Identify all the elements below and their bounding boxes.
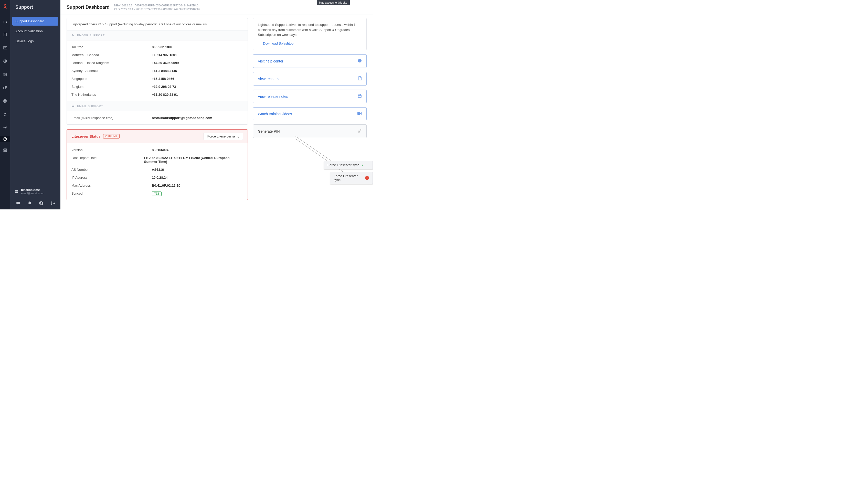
sync-chip-error: Force Liteserver sync !	[330, 172, 373, 184]
phone-value: +1 514 907 1801	[152, 53, 177, 57]
phone-value: 866-932-1801	[152, 45, 173, 49]
phone-label: London - United Kingdom	[71, 61, 152, 65]
svg-rect-8	[5, 86, 7, 88]
support-card: Lightspeed offers 24/7 Support (excludin…	[67, 18, 248, 125]
phone-label: Belgium	[71, 85, 152, 89]
help-center-label: Visit help center	[258, 59, 283, 63]
status-badge-offline: OFFLINE	[103, 134, 120, 139]
nav-printer-icon[interactable]	[0, 98, 10, 104]
phone-label: Singapore	[71, 77, 152, 81]
phone-icon	[71, 34, 74, 37]
svg-rect-0	[4, 33, 6, 36]
phone-label: Montreal - Canada	[71, 53, 152, 57]
user-name: blackboxtest	[21, 188, 43, 192]
app-title: Support	[10, 0, 60, 14]
force-sync-button[interactable]: Force Liteserver sync	[204, 133, 243, 140]
sync-chip-label: Force Liteserver sync	[328, 163, 359, 167]
user-info: blackboxtest email@email.com	[10, 185, 60, 198]
header-meta-new: NEW: 2022.3.2 - A4DF0808FBF44070A601F621…	[114, 4, 200, 7]
email-section-header: EMAIL SUPPORT	[67, 101, 248, 111]
release-notes-label: View release notes	[258, 94, 288, 98]
lite-label: AS Number	[71, 168, 152, 172]
phone-section-label: PHONE SUPPORT	[77, 34, 105, 37]
lite-value: YES	[152, 191, 161, 195]
nav-layers-icon[interactable]	[0, 71, 10, 78]
sidebar-item-account-validation[interactable]: Account Validation	[12, 27, 58, 36]
training-videos-link[interactable]: Watch training videos	[253, 107, 367, 120]
phone-value: +61 2 8488 3146	[152, 69, 177, 73]
video-icon	[357, 112, 362, 116]
svg-rect-21	[358, 95, 361, 97]
svg-point-12	[5, 127, 6, 128]
lite-value: 8.0.166094	[152, 148, 168, 152]
nav-clipboard-icon[interactable]	[0, 31, 10, 38]
resources-label: View resources	[258, 77, 282, 81]
phone-value: +44 20 3695 9599	[152, 61, 179, 65]
envelope-icon	[71, 104, 74, 108]
svg-rect-11	[4, 102, 6, 103]
support-intro: Lightspeed offers 24/7 Support (excludin…	[67, 18, 248, 30]
phone-section-header: PHONE SUPPORT	[67, 30, 248, 40]
svg-text:?: ?	[359, 59, 360, 62]
download-icon	[258, 41, 261, 46]
lite-value: B0:41:6F:02:12:10	[152, 184, 180, 187]
sidebar-item-device-logs[interactable]: Device Logs	[12, 37, 58, 45]
lite-label: Last Report Date	[71, 156, 144, 163]
nav-device-icon[interactable]	[0, 85, 10, 91]
help-center-link[interactable]: Visit help center ?	[253, 54, 367, 68]
svg-rect-2	[3, 47, 7, 49]
logout-icon[interactable]	[51, 201, 55, 206]
document-icon	[358, 76, 362, 81]
email-label: Email (<24hr response time)	[71, 116, 152, 120]
lite-label: IP Address	[71, 176, 152, 180]
nav-server-icon[interactable]	[0, 147, 10, 153]
generate-pin-button[interactable]: Generate PIN	[253, 124, 367, 138]
bell-icon[interactable]	[27, 201, 32, 206]
phone-value: +31 20 820 23 91	[152, 93, 178, 96]
sidebar: Support Support Dashboard Account Valida…	[10, 0, 60, 209]
svg-rect-10	[4, 100, 6, 101]
remote-support-text: Lightspeed Support strives to respond to…	[258, 22, 362, 37]
lite-label: Version	[71, 148, 152, 152]
chat-icon[interactable]	[16, 201, 21, 206]
lite-label: Mac Address	[71, 184, 152, 187]
nav-transfer-icon[interactable]	[0, 111, 10, 118]
header-meta-old: OLD: 2022.03.4 - F6B98CD2AC5C290EAD89B41…	[114, 7, 200, 11]
lite-value: Fri Apr 08 2022 11:58:11 GMT+0200 (Centr…	[144, 156, 243, 163]
account-icon[interactable]	[39, 201, 43, 206]
lite-value: AS6316	[152, 168, 164, 172]
phone-label: Sydney - Australia	[71, 69, 152, 73]
logo-icon	[3, 3, 7, 9]
download-splashtop-link[interactable]: Download Splashtop	[258, 41, 293, 46]
store-icon	[14, 189, 19, 194]
email-value: restaurantsupport@lightspeedhq.com	[152, 116, 212, 120]
resources-link[interactable]: View resources	[253, 72, 367, 86]
lite-value: 10.0.28.24	[152, 176, 167, 180]
page-title: Support Dashboard	[67, 5, 110, 10]
sync-chip-success: Force Liteserver sync ✓	[323, 161, 373, 169]
svg-rect-1	[4, 33, 6, 33]
calendar-icon	[358, 94, 362, 99]
sync-state-examples: Force Liteserver sync ✓ Force Liteserver…	[323, 161, 373, 184]
lite-label: Synced	[71, 191, 152, 195]
error-icon: !	[365, 176, 369, 180]
download-splashtop-label: Download Splashtop	[263, 41, 293, 46]
nav-help-icon[interactable]: ?	[0, 136, 10, 142]
nav-card-icon[interactable]	[0, 45, 10, 51]
synced-badge: YES	[152, 191, 161, 196]
site-access-tooltip: Has access to this site	[317, 0, 350, 5]
sidebar-item-support-dashboard[interactable]: Support Dashboard	[12, 17, 58, 26]
nav-analytics-icon[interactable]	[0, 18, 10, 24]
release-notes-link[interactable]: View release notes	[253, 90, 367, 103]
svg-rect-25	[358, 112, 360, 115]
check-icon: ✓	[361, 163, 364, 167]
phone-label: The Netherlands	[71, 93, 152, 96]
nav-settings-icon[interactable]	[0, 125, 10, 131]
nav-globe-icon[interactable]	[0, 58, 10, 64]
liteserver-card: Liteserver Status OFFLINE Force Liteserv…	[67, 129, 248, 200]
training-videos-label: Watch training videos	[258, 112, 292, 116]
svg-text:?: ?	[4, 138, 6, 140]
svg-rect-16	[4, 151, 7, 152]
icon-rail: ?	[0, 0, 10, 209]
phone-label: Toll-free	[71, 45, 152, 49]
